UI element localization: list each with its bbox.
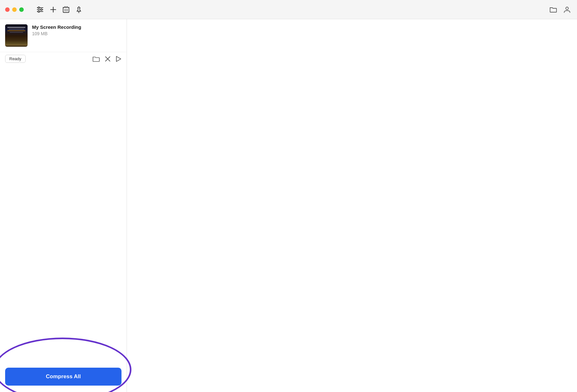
- status-badge: Ready: [5, 55, 26, 63]
- right-panel: [127, 19, 577, 392]
- left-panel: My Screen Recording 109 MB Ready: [0, 19, 127, 392]
- file-item: My Screen Recording 109 MB: [0, 19, 127, 52]
- svg-point-5: [38, 11, 40, 12]
- minimize-button[interactable]: [12, 7, 17, 12]
- compress-single-icon[interactable]: [116, 56, 121, 62]
- status-row: Ready: [0, 52, 127, 67]
- pin-icon[interactable]: [76, 6, 82, 13]
- close-button[interactable]: [5, 7, 10, 12]
- file-name: My Screen Recording: [32, 24, 121, 30]
- svg-point-3: [41, 9, 42, 10]
- file-info: My Screen Recording 109 MB: [32, 24, 121, 36]
- svg-rect-8: [63, 7, 69, 12]
- file-thumbnail: [5, 24, 28, 47]
- svg-point-15: [566, 7, 568, 10]
- svg-point-1: [38, 7, 40, 8]
- account-icon[interactable]: [564, 6, 571, 13]
- toolbar-left: [37, 6, 82, 13]
- open-folder-icon[interactable]: [93, 56, 100, 62]
- toolbar-right: [549, 6, 571, 13]
- settings-icon[interactable]: [37, 6, 44, 13]
- file-size: 109 MB: [32, 31, 121, 36]
- action-icons: [93, 56, 121, 62]
- main-layout: My Screen Recording 109 MB Ready: [0, 19, 577, 392]
- remove-file-icon[interactable]: [105, 56, 111, 62]
- output-folder-icon[interactable]: [549, 6, 557, 13]
- spacer: [0, 67, 127, 392]
- fullscreen-button[interactable]: [19, 7, 24, 12]
- delete-icon[interactable]: [63, 6, 69, 13]
- compress-all-button[interactable]: Compress All: [5, 368, 121, 386]
- title-bar: [0, 0, 577, 19]
- traffic-lights: [5, 7, 24, 12]
- add-icon[interactable]: [50, 6, 56, 13]
- bottom-section: Compress All: [0, 361, 127, 392]
